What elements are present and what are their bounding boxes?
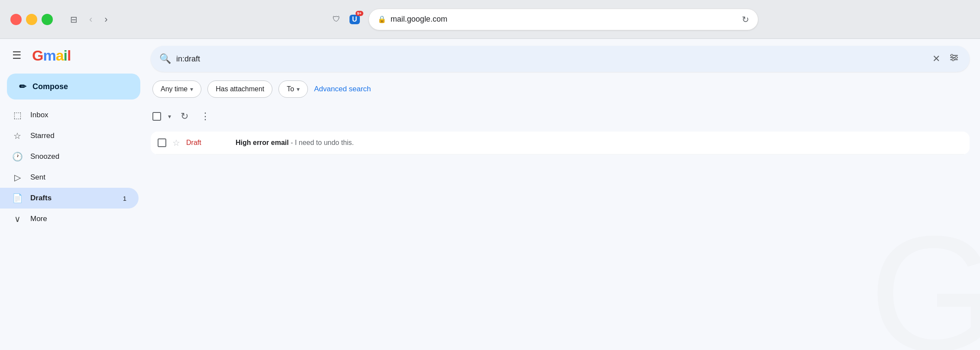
bitwarden-extension-icon[interactable]: U 9+ — [348, 13, 362, 26]
sidebar-item-drafts[interactable]: 📄 Drafts 1 — [0, 188, 139, 209]
select-dropdown-arrow[interactable]: ▾ — [168, 113, 171, 120]
gmail-logo-m: G — [32, 47, 43, 64]
extension-badge: 9+ — [356, 11, 363, 16]
sidebar-item-starred[interactable]: ☆ Starred — [0, 125, 139, 146]
to-filter-label: To — [287, 85, 294, 93]
svg-point-4 — [955, 57, 957, 59]
email-subject-text: High error email — [236, 139, 289, 146]
address-bar-container: 🛡 U 9+ 🔒 mail.google.com ↻ — [118, 9, 970, 30]
table-row[interactable]: ☆ Draft High error email - I need to und… — [151, 132, 970, 154]
drafts-count: 1 — [123, 195, 126, 202]
back-button[interactable]: ‹ — [86, 12, 96, 27]
browser-chrome: ⊟ ‹ › 🛡 U 9+ 🔒 mail.google.com ↻ — [0, 0, 980, 39]
attachment-filter-button[interactable]: Has attachment — [207, 80, 272, 98]
app-container: ☰ Gmail ✏ Compose ⬚ Inbox ☆ Starred — [0, 39, 980, 350]
sidebar-item-label-sent: Sent — [30, 173, 126, 182]
sidebar-item-inbox[interactable]: ⬚ Inbox — [0, 105, 139, 125]
time-filter-arrow: ▾ — [190, 86, 193, 93]
search-input[interactable] — [176, 55, 925, 64]
nav-items: ⬚ Inbox ☆ Starred 🕐 Snoozed ▷ Sent 📄 Dra… — [0, 105, 147, 229]
reload-icon[interactable]: ↻ — [742, 14, 749, 25]
star-icon[interactable]: ☆ — [172, 138, 180, 148]
sidebar-item-more[interactable]: ∨ More — [0, 209, 139, 229]
fullscreen-button[interactable] — [42, 14, 53, 25]
gmail-logo-a: m — [43, 47, 55, 64]
compose-label: Compose — [32, 82, 68, 91]
sidebar-toggle-button[interactable]: ⊟ — [67, 13, 81, 26]
shield-extension-icon[interactable]: 🛡 — [330, 13, 343, 26]
search-icon: 🔍 — [159, 53, 171, 64]
email-checkbox[interactable] — [158, 138, 166, 147]
more-chevron-icon: ∨ — [12, 214, 23, 224]
sidebar-item-label-starred: Starred — [30, 132, 126, 140]
forward-button[interactable]: › — [101, 12, 111, 27]
email-list: ☆ Draft High error email - I need to und… — [151, 132, 970, 154]
main-wrapper: 🔍 ✕ Any time — [147, 39, 980, 350]
gmail-watermark: G — [869, 212, 980, 350]
gmail-logo-l2: l — [67, 47, 71, 64]
close-button[interactable] — [10, 14, 22, 25]
to-filter-button[interactable]: To ▾ — [278, 80, 308, 98]
star-icon: ☆ — [12, 131, 23, 141]
hamburger-compose-area: ☰ Gmail — [0, 46, 147, 72]
sidebar-item-sent[interactable]: ▷ Sent — [0, 167, 139, 188]
sidebar-item-label-drafts: Drafts — [30, 194, 115, 202]
sidebar-item-label-more: More — [30, 215, 126, 223]
time-filter-label: Any time — [161, 85, 188, 93]
gmail-logo-l: i — [64, 47, 67, 64]
refresh-button[interactable]: ↻ — [178, 108, 191, 125]
svg-point-3 — [951, 55, 953, 57]
filter-row: Any time ▾ Has attachment To ▾ Advanced … — [151, 80, 970, 98]
search-filter-button[interactable] — [947, 51, 961, 67]
minimize-button[interactable] — [26, 14, 37, 25]
email-toolbar: ▾ ↻ ⋮ — [151, 105, 970, 128]
inbox-icon: ⬚ — [12, 110, 23, 120]
attachment-filter-label: Has attachment — [216, 85, 264, 93]
sidebar-item-label-snoozed: Snoozed — [30, 152, 126, 161]
sidebar-item-snoozed[interactable]: 🕐 Snoozed — [0, 146, 139, 167]
email-subject: High error email - I need to undo this. — [236, 139, 963, 147]
sidebar-item-label-inbox: Inbox — [30, 111, 126, 119]
email-preview-text: - I need to undo this. — [289, 139, 354, 146]
email-draft-label: Draft — [186, 139, 230, 147]
to-filter-arrow: ▾ — [297, 86, 300, 93]
gmail-logo: Gmail — [32, 47, 71, 64]
traffic-lights — [10, 14, 53, 25]
browser-controls: ⊟ ‹ › — [67, 12, 111, 27]
select-all-checkbox[interactable] — [152, 112, 161, 121]
time-filter-button[interactable]: Any time ▾ — [152, 80, 201, 98]
search-bar: 🔍 ✕ — [151, 46, 970, 72]
compose-pencil-icon: ✏ — [19, 81, 26, 92]
sidebar: ☰ Gmail ✏ Compose ⬚ Inbox ☆ Starred — [0, 39, 147, 350]
extension-icons: 🛡 U 9+ — [330, 13, 362, 26]
hamburger-menu-button[interactable]: ☰ — [9, 46, 25, 65]
compose-button[interactable]: ✏ Compose — [7, 74, 140, 100]
search-clear-button[interactable]: ✕ — [931, 51, 942, 66]
drafts-icon: 📄 — [12, 193, 23, 203]
svg-point-5 — [952, 59, 954, 61]
lock-icon: 🔒 — [378, 15, 386, 23]
more-options-button[interactable]: ⋮ — [198, 108, 213, 125]
address-text: mail.google.com — [391, 15, 737, 24]
snoozed-icon: 🕐 — [12, 151, 23, 162]
filter-sliders-icon — [949, 52, 959, 63]
main-content: 🔍 ✕ Any time — [147, 39, 980, 154]
gmail-logo-i: a — [56, 47, 64, 64]
address-bar[interactable]: 🔒 mail.google.com ↻ — [369, 9, 758, 30]
sent-icon: ▷ — [12, 172, 23, 183]
advanced-search-button[interactable]: Advanced search — [314, 85, 371, 93]
